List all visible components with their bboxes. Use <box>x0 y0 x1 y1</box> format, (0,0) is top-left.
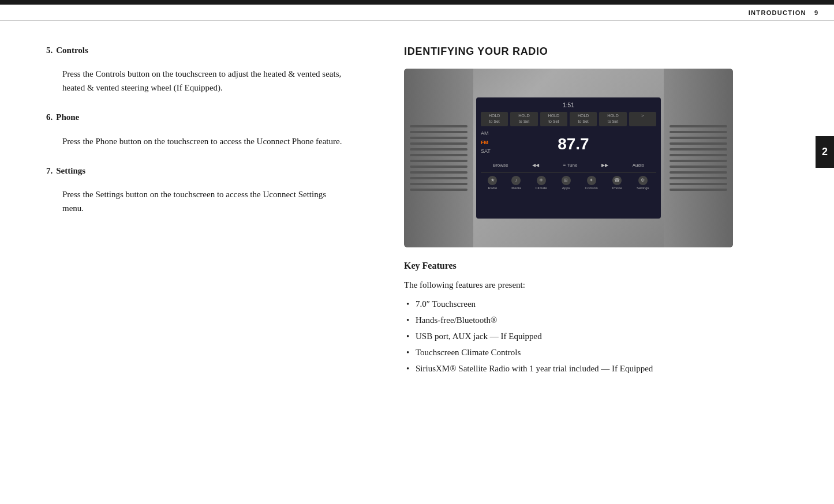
radio-image: 1:51 HOLDto Set HOLDto Set HOLDto Set HO… <box>404 69 733 247</box>
forward-btn: ▶▶ <box>601 162 608 169</box>
left-vent <box>404 69 473 247</box>
section-6-heading: Phone <box>56 111 79 124</box>
section-6-body: Press the Phone button on the touchscree… <box>62 134 346 148</box>
nav-climate: ❄ Climate <box>535 176 547 191</box>
section-7-entry: 7. Settings Press the Settings button on… <box>46 164 346 216</box>
nav-media: ♪ Media <box>511 176 521 191</box>
page-layout: 5. Controls Press the Controls button on… <box>0 21 834 505</box>
section-5-title-row: 5. Controls <box>46 44 346 63</box>
feature-1: 7.0″ Touchscreen <box>404 297 811 311</box>
band-fm: FM <box>481 139 491 147</box>
left-column: 5. Controls Press the Controls button on… <box>0 21 381 505</box>
chapter-tab: 2 <box>816 136 834 168</box>
key-features-heading: Key Features <box>404 259 811 273</box>
section-7-body: Press the Settings button on the touchsc… <box>62 187 346 215</box>
section-6-entry: 6. Phone Press the Phone button on the t… <box>46 111 346 148</box>
browse-btn: Browse <box>493 162 508 169</box>
radio-mockup: 1:51 HOLDto Set HOLDto Set HOLDto Set HO… <box>404 69 733 247</box>
nav-radio: ★ Radio <box>488 176 497 191</box>
header-section-label: INTRODUCTION <box>749 8 806 18</box>
identifying-radio-heading: IDENTIFYING YOUR RADIO <box>404 44 811 59</box>
feature-5: SiriusXM® Satellite Radio with 1 year tr… <box>404 362 811 375</box>
features-list: 7.0″ Touchscreen Hands-free/Bluetooth® U… <box>404 297 811 375</box>
band-am: AM <box>481 130 491 138</box>
nav-settings: ⚙ Settings <box>637 176 649 191</box>
nav-phone: ☎ Phone <box>612 176 622 191</box>
section-7-number: 7. <box>46 164 53 183</box>
feature-4: Touchscreen Climate Controls <box>404 345 811 359</box>
nav-controls: ✦ Controls <box>585 176 597 191</box>
feature-3: USB port, AUX jack — If Equipped <box>404 329 811 343</box>
section-5-heading: Controls <box>56 44 88 57</box>
section-5-body: Press the Controls button on the touchsc… <box>62 67 346 95</box>
features-intro: The following features are present: <box>404 279 811 292</box>
section-6-title-row: 6. Phone <box>46 111 346 130</box>
right-column: IDENTIFYING YOUR RADIO <box>381 21 834 505</box>
tune-btn: ≡ Tune <box>563 162 578 169</box>
top-bar <box>0 0 834 5</box>
screen-nav-icons: ★ Radio ♪ Media ❄ Climate ⊞ <box>481 172 656 191</box>
section-6-number: 6. <box>46 111 53 130</box>
section-5-entry: 5. Controls Press the Controls button on… <box>46 44 346 95</box>
nav-apps: ⊞ Apps <box>562 176 571 191</box>
band-sat: SAT <box>481 148 491 156</box>
section-7-heading: Settings <box>56 164 85 178</box>
rewind-btn: ◀◀ <box>532 162 539 169</box>
audio-btn: Audio <box>633 162 644 169</box>
screen-bands: AM FM SAT <box>481 130 491 156</box>
header-page-number: 9 <box>814 8 818 18</box>
section-7-title-row: 7. Settings <box>46 164 346 183</box>
key-features-section: Key Features The following features are … <box>404 259 811 376</box>
section-5-number: 5. <box>46 44 53 63</box>
feature-2: Hands-free/Bluetooth® <box>404 313 811 327</box>
header-bar: INTRODUCTION 9 <box>0 5 834 21</box>
screen-controls: Browse ◀◀ ≡ Tune ▶▶ Audio <box>481 162 656 169</box>
frequency-display: 87.7 <box>491 132 656 156</box>
screen-presets: HOLDto Set HOLDto Set HOLDto Set HOLDto … <box>481 112 656 126</box>
radio-screen: 1:51 HOLDto Set HOLDto Set HOLDto Set HO… <box>476 97 661 219</box>
right-vent <box>664 69 733 247</box>
screen-time: 1:51 <box>481 101 656 110</box>
